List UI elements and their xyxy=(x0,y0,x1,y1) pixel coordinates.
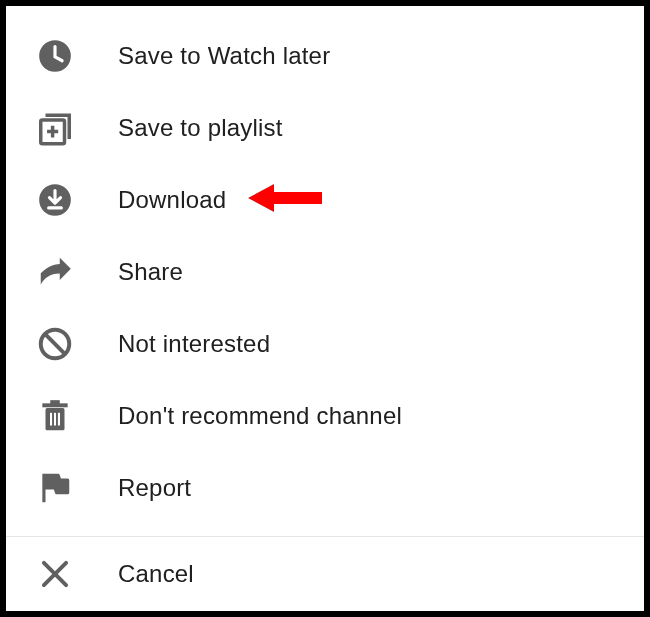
close-icon xyxy=(34,553,76,595)
svg-marker-4 xyxy=(248,184,322,212)
menu-item-label: Download xyxy=(118,186,226,214)
download-icon xyxy=(34,179,76,221)
svg-line-6 xyxy=(45,334,66,355)
flag-icon xyxy=(34,467,76,509)
menu-item-save-playlist[interactable]: Save to playlist xyxy=(6,92,644,164)
highlight-arrow-icon xyxy=(246,180,324,220)
menu-item-report[interactable]: Report xyxy=(6,452,644,524)
svg-rect-9 xyxy=(50,400,60,404)
menu-item-label: Share xyxy=(118,258,183,286)
menu-item-cancel[interactable]: Cancel xyxy=(6,537,644,611)
cancel-label: Cancel xyxy=(118,560,194,588)
menu-item-label: Not interested xyxy=(118,330,270,358)
menu-item-dont-recommend[interactable]: Don't recommend channel xyxy=(6,380,644,452)
clock-icon xyxy=(34,35,76,77)
menu-item-download[interactable]: Download xyxy=(6,164,644,236)
trash-icon xyxy=(34,395,76,437)
menu-item-label: Save to playlist xyxy=(118,114,283,142)
playlist-add-icon xyxy=(34,107,76,149)
menu-list: Save to Watch later Save to playlist Dow… xyxy=(6,20,644,536)
block-icon xyxy=(34,323,76,365)
menu-item-label: Save to Watch later xyxy=(118,42,330,70)
menu-item-not-interested[interactable]: Not interested xyxy=(6,308,644,380)
menu-item-watch-later[interactable]: Save to Watch later xyxy=(6,20,644,92)
menu-item-label: Report xyxy=(118,474,191,502)
menu-item-share[interactable]: Share xyxy=(6,236,644,308)
context-menu: Save to Watch later Save to playlist Dow… xyxy=(0,0,650,617)
menu-item-label: Don't recommend channel xyxy=(118,402,402,430)
share-icon xyxy=(34,251,76,293)
